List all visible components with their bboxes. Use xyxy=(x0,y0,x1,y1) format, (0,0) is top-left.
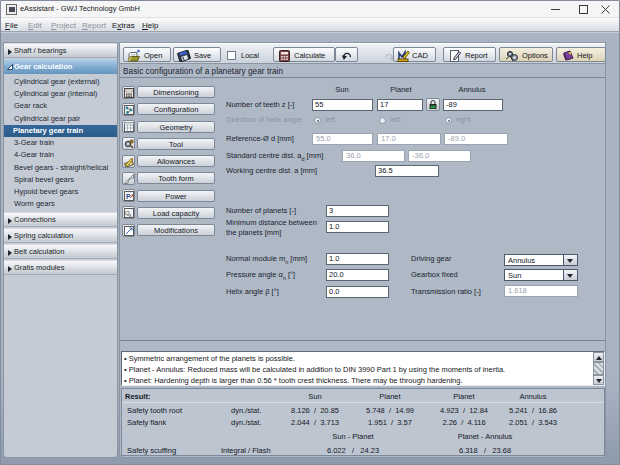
svg-text:P: P xyxy=(126,193,131,200)
